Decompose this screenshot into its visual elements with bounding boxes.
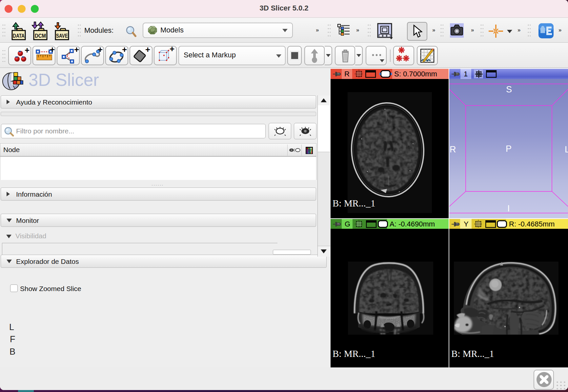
svg-text:L: L (565, 145, 568, 154)
svg-text:I: I (507, 204, 510, 213)
svg-text:+: + (145, 46, 150, 54)
svg-text:+: + (25, 46, 30, 55)
svg-text:+: + (98, 46, 103, 54)
svg-text:+: + (122, 46, 127, 54)
svg-text:P: P (506, 144, 512, 154)
svg-text:DCM: DCM (35, 33, 46, 39)
svg-text:DATA: DATA (13, 33, 25, 39)
svg-text:+: + (74, 46, 79, 54)
svg-text:+: + (50, 46, 55, 54)
svg-text:SAVE: SAVE (56, 33, 68, 39)
svg-text:S: S (506, 85, 512, 94)
svg-text:R: R (450, 145, 456, 154)
svg-text:+: + (170, 46, 174, 54)
